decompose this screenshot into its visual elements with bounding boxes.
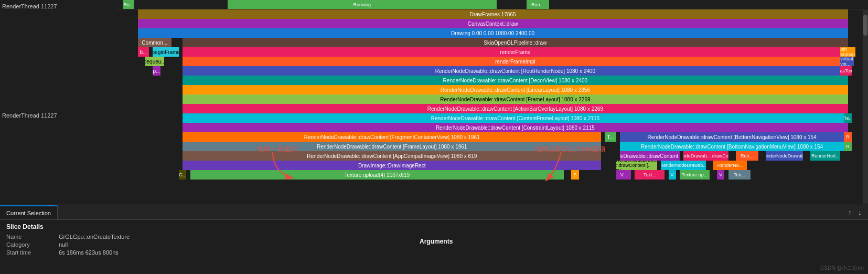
bar-s[interactable]: S [571,170,578,180]
bar-rnddrawlinear[interactable]: RenderNodeDrawable::drawContent [LinearL… [183,85,848,94]
flame-row-14: RenderNodeDrawable::drawContent [FrameLa… [115,142,863,151]
running-bar-2: Running [228,0,497,9]
bar-canvascontext[interactable]: CanvasContext::draw [138,19,848,28]
bar-rnddrawab[interactable]: RenderNodeDrawab... [766,151,803,161]
flame-row-4: b... beginFrame renderFrame flush comman… [115,47,863,57]
bar-rnddrawbottommenu[interactable]: RenderNodeDrawable::drawContent [BottomN… [620,142,844,151]
bar-drawimage[interactable]: DrawImage::DrawImageRect [183,161,601,170]
watermark: CSDN @小二哥rm [820,265,864,272]
bar-rnddrawcontent[interactable]: RenderNodeDrawable::drawContent [Content… [183,113,848,123]
flame-row-7: RenderNodeDrawable::drawContent [DecorVi… [115,76,863,85]
tab-controls: ↑ ↓ [846,207,868,218]
flame-row-11: RenderNodeDrawable::drawContent [Content… [115,113,863,123]
bar-drawing[interactable]: Drawing 0.00 0.00 1080.00 2400.00 [138,28,848,38]
detail-row-starttime: Start time 6s 186ms 623us 800ns [6,249,862,256]
bar-v1[interactable]: V... [616,170,631,180]
bar-text1[interactable]: Text... [635,170,665,180]
flame-row-10: RenderNodeDrawable::drawContent [ActionB… [115,104,863,113]
bar-rendernod[interactable]: RenderNod... [810,151,840,161]
bar-v2[interactable]: V [669,170,676,180]
label-category: Category [6,241,59,248]
flame-graph-area[interactable]: Ru... Running Run... DrawFrames 17865 Ca… [115,0,863,205]
flame-row-0: DrawFrames 17865 [115,9,863,19]
label-starttime: Start time [6,249,59,256]
flame-row-5: dequeu... renderFrameImpl virtual voi... [115,57,863,66]
slice-details-title: Slice Details [6,223,862,230]
bottom-panel: Current Selection ↑ ↓ Slice Details Name… [0,205,868,274]
bar-tex2[interactable]: Tex... [728,170,751,180]
flame-row-13: RenderNodeDrawable::drawContent [Fragmen… [115,132,863,142]
flame-row-2: Drawing 0.00 0.00 1080.00 2400.00 [115,28,863,38]
bar-rnddrawbottomnav[interactable]: RenderNodeDrawable::drawContent [BottomN… [620,132,844,142]
flame-row-17: G... Texture upload(4) 1107x619 S V... T… [115,170,863,180]
label-name: Name [6,234,59,240]
bar-textureup2[interactable]: Texture up... [680,170,710,180]
bar-rnddrawroot[interactable]: RenderNodeDrawable::drawContent [RootRen… [183,66,848,76]
bar-rnddrawab2[interactable]: RenderNodeDrawab... [661,161,706,170]
bar-atlastext[interactable]: AtlasText... [840,66,851,76]
bar-g[interactable]: G... [179,170,186,180]
bar-rnddrawdc[interactable]: RenderNodeDraw... ::drawContent [.. Re..… [616,161,657,170]
bar-renderno2[interactable]: RenderNo... [713,161,747,170]
bar-dequeu[interactable]: dequeu... [145,57,164,66]
thread-label-mid: RenderThread 11227 [2,112,117,119]
flame-row-6: p... RenderNodeDrawable::drawContent [Ro… [115,66,863,76]
bar-v3[interactable]: V [717,170,724,180]
scroll-thumb[interactable] [863,15,867,36]
flame-row-16: DrawImage::DrawImageRect RenderNodeDraw.… [115,161,863,170]
running-bar-3: Run... [527,0,549,9]
running-bar-row: Ru... Running Run... [115,0,863,9]
bar-rnddrawbottomn2[interactable]: RenderNodeDrawable::drawContent [BottomN… [620,151,680,161]
scroll-up-btn[interactable]: ↑ [846,207,854,218]
bar-r2[interactable]: R [844,142,851,151]
bar-rnddrawactionbar[interactable]: RenderNodeDrawable::drawContent [ActionB… [183,104,848,113]
bar-rnddrawfragment[interactable]: RenderNodeDrawable::drawContent [Fragmen… [183,132,601,142]
scrollbar[interactable] [863,9,868,204]
bar-b[interactable]: b... [138,47,149,57]
bar-texture-upload[interactable]: Texture upload(4) 1107x619 [190,170,564,180]
bar-drawframes[interactable]: DrawFrames 17865 [138,9,848,19]
bar-beginframe[interactable]: beginFrame [153,47,179,57]
value-starttime: 6s 186ms 623us 800ns [59,249,119,256]
arguments-section: Arguments [420,238,453,245]
bar-t[interactable]: T... [605,132,616,142]
bar-flushcomman[interactable]: flush comman... [840,47,855,57]
value-name: GrGLGpu::onCreateTexture [59,234,130,240]
bar-re[interactable]: Re... [844,113,851,123]
scroll-down-btn[interactable]: ↓ [856,207,864,218]
bar-rnddrawf2[interactable]: RenderNodeDrawab... drawContent [F... [683,151,728,161]
panel-content: Slice Details Name GrGLGpu::onCreateText… [0,220,868,274]
bar-renderframeimpl[interactable]: renderFrameImpl [183,57,848,66]
flame-row-3: Common... SkiaOpenGLPipeline::draw [115,38,863,47]
bar-p[interactable]: p... [153,66,160,76]
bar-skiaopengl[interactable]: SkiaOpenGLPipeline::draw [183,38,848,47]
tab-current-selection[interactable]: Current Selection [0,205,58,219]
bar-rnddrawdecor[interactable]: RenderNodeDrawable::drawContent [DecorVi… [183,76,848,85]
bar-renderframe[interactable]: renderFrame [183,47,848,57]
flame-row-9: RenderNodeDrawable::drawContent [FrameLa… [115,94,863,104]
bar-ren[interactable]: Ren... [736,151,758,161]
timeline-container: RenderThread 11227 RenderThread 11227 Ru… [0,0,868,205]
bar-rnddrawframe[interactable]: RenderNodeDrawable::drawContent [FrameLa… [183,94,848,104]
bar-rnddrawframelayout2[interactable]: RenderNodeDrawable::drawContent [FrameLa… [183,142,601,151]
thread-label-top: RenderThread 11227 [2,3,117,9]
value-category: null [59,241,68,248]
flame-row-1: CanvasContext::draw [115,19,863,28]
bar-rnddrawconstraint[interactable]: RenderNodeDrawable::drawContent [Constra… [183,123,848,132]
bar-r1[interactable]: R [844,132,851,142]
flame-row-15: RenderNodeDrawable::drawContent [AppComp… [115,151,863,161]
flame-row-12: RenderNodeDrawable::drawContent [Constra… [115,123,863,132]
bar-rnddrawappcompat[interactable]: RenderNodeDrawable::drawContent [AppComp… [183,151,601,161]
bar-virtualvoi[interactable]: virtual voi... [840,57,854,66]
bar-common[interactable]: Common... [138,38,172,47]
running-bar-1: Ru... [123,0,134,9]
tabs-bar: Current Selection ↑ ↓ [0,205,868,220]
flame-row-8: RenderNodeDrawable::drawContent [LinearL… [115,85,863,94]
